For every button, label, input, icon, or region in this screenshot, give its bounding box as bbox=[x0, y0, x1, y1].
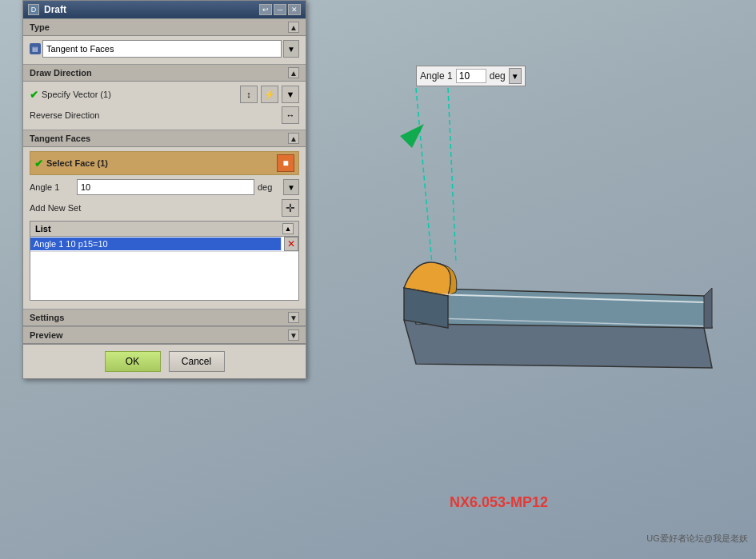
type-section-header: Type ▲ bbox=[23, 18, 306, 36]
tangent-faces-header: Tangent Faces ▲ bbox=[23, 130, 306, 147]
angle-overlay-unit: deg bbox=[490, 70, 506, 82]
type-dropdown-value: Tangent to Faces bbox=[46, 44, 114, 54]
specify-vector-label: Specify Vector (1) bbox=[42, 90, 237, 99]
nx-watermark: NX6.053-MP12 bbox=[450, 494, 548, 511]
draw-direction-label: Draw Direction bbox=[30, 68, 92, 78]
cancel-button[interactable]: Cancel bbox=[169, 351, 225, 372]
angle-overlay[interactable]: Angle 1 deg ▼ bbox=[416, 66, 526, 86]
list-item-text: Angle 1 10 p15=10 bbox=[34, 239, 108, 249]
type-dropdown-row: ▤ Tangent to Faces ▼ bbox=[30, 40, 299, 58]
draft-dialog: D Draft ↩ ─ ✕ Type ▲ ▤ Tangent to Faces … bbox=[22, 0, 306, 379]
button-row: OK Cancel bbox=[23, 344, 306, 378]
3d-shape-svg bbox=[368, 80, 752, 384]
draw-direction-content: ✔ Specify Vector (1) ↕ ⚡ ▼ Reverse Direc… bbox=[23, 82, 306, 130]
reverse-direction-btn[interactable]: ↔ bbox=[282, 106, 299, 124]
type-dropdown[interactable]: Tangent to Faces bbox=[42, 40, 282, 58]
angle-overlay-spin[interactable]: ▼ bbox=[509, 68, 522, 84]
list-header: List ▲ bbox=[30, 222, 298, 237]
reverse-direction-label: Reverse Direction bbox=[30, 110, 99, 120]
type-label: Type bbox=[30, 22, 50, 32]
svg-marker-8 bbox=[704, 288, 712, 328]
type-collapse-btn[interactable]: ▲ bbox=[288, 22, 299, 33]
draw-direction-collapse-btn[interactable]: ▲ bbox=[288, 67, 299, 78]
list-item-row: Angle 1 10 p15=10 ✕ bbox=[30, 237, 298, 252]
minimize-btn[interactable]: ─ bbox=[274, 4, 286, 15]
list-delete-col: ✕ bbox=[281, 237, 298, 251]
preview-collapse-btn[interactable]: ▼ bbox=[288, 329, 299, 341]
tangent-faces-label: Tangent Faces bbox=[30, 134, 90, 143]
angle-row: Angle 1 deg ▼ bbox=[30, 179, 299, 195]
ok-label: OK bbox=[126, 356, 139, 367]
select-face-label: Select Face (1) bbox=[46, 158, 274, 168]
list-label: List bbox=[35, 224, 51, 234]
list-empty-rows bbox=[30, 252, 298, 300]
title-controls[interactable]: ↩ ─ ✕ bbox=[259, 4, 301, 15]
add-new-set-label: Add New Set bbox=[30, 203, 81, 213]
reverse-direction-row: Reverse Direction ↔ bbox=[30, 106, 299, 124]
list-delete-btn[interactable]: ✕ bbox=[284, 237, 298, 251]
angle-label: Angle 1 bbox=[30, 182, 74, 192]
svg-line-1 bbox=[448, 88, 456, 264]
vector-btn-3[interactable]: ▼ bbox=[282, 86, 299, 103]
tangent-faces-collapse-btn[interactable]: ▲ bbox=[288, 133, 299, 144]
forum-text: UG爱好者论坛@我是老妖 bbox=[646, 533, 748, 545]
specify-vector-check: ✔ bbox=[30, 89, 38, 101]
title-bar: D Draft ↩ ─ ✕ bbox=[23, 1, 306, 18]
preview-section-header: Preview ▼ bbox=[23, 326, 306, 344]
draw-direction-header: Draw Direction ▲ bbox=[23, 64, 306, 82]
angle-input[interactable] bbox=[77, 179, 254, 195]
list-section: List ▲ Angle 1 10 p15=10 ✕ bbox=[30, 221, 299, 301]
angle-overlay-label: Angle 1 bbox=[420, 70, 453, 82]
select-face-check: ✔ bbox=[34, 158, 43, 170]
select-face-icon-btn[interactable]: ■ bbox=[277, 154, 294, 172]
angle-unit: deg bbox=[258, 182, 280, 192]
settings-collapse-btn[interactable]: ▼ bbox=[288, 312, 299, 323]
type-section-content: ▤ Tangent to Faces ▼ bbox=[23, 36, 306, 64]
dialog-title: Draft bbox=[44, 4, 66, 15]
angle-spin-btn[interactable]: ▼ bbox=[283, 179, 299, 195]
specify-vector-row: ✔ Specify Vector (1) ↕ ⚡ ▼ bbox=[30, 86, 299, 103]
add-new-set-btn[interactable]: ✛ bbox=[282, 199, 299, 217]
dialog-icon: D bbox=[28, 4, 39, 15]
back-btn[interactable]: ↩ bbox=[259, 4, 272, 15]
settings-label: Settings bbox=[30, 313, 64, 322]
type-dropdown-icon: ▤ bbox=[30, 43, 41, 54]
type-dropdown-arrow[interactable]: ▼ bbox=[283, 40, 299, 58]
close-btn[interactable]: ✕ bbox=[288, 4, 301, 15]
tangent-faces-content: ✔ Select Face (1) ■ Angle 1 deg ▼ Add Ne… bbox=[23, 147, 306, 309]
ok-button[interactable]: OK bbox=[105, 351, 161, 372]
settings-section-header: Settings ▼ bbox=[23, 309, 306, 326]
title-bar-left: D Draft bbox=[28, 4, 66, 15]
angle-overlay-input[interactable] bbox=[456, 69, 486, 83]
list-collapse-btn[interactable]: ▲ bbox=[282, 223, 294, 234]
svg-line-0 bbox=[416, 88, 432, 264]
cancel-label: Cancel bbox=[182, 356, 211, 367]
vector-btn-1[interactable]: ↕ bbox=[240, 86, 258, 103]
add-new-set-row: Add New Set ✛ bbox=[30, 199, 299, 217]
list-item[interactable]: Angle 1 10 p15=10 bbox=[30, 238, 281, 250]
preview-label: Preview bbox=[30, 330, 63, 340]
select-face-row: ✔ Select Face (1) ■ bbox=[30, 151, 299, 175]
vector-btn-2[interactable]: ⚡ bbox=[261, 86, 278, 103]
